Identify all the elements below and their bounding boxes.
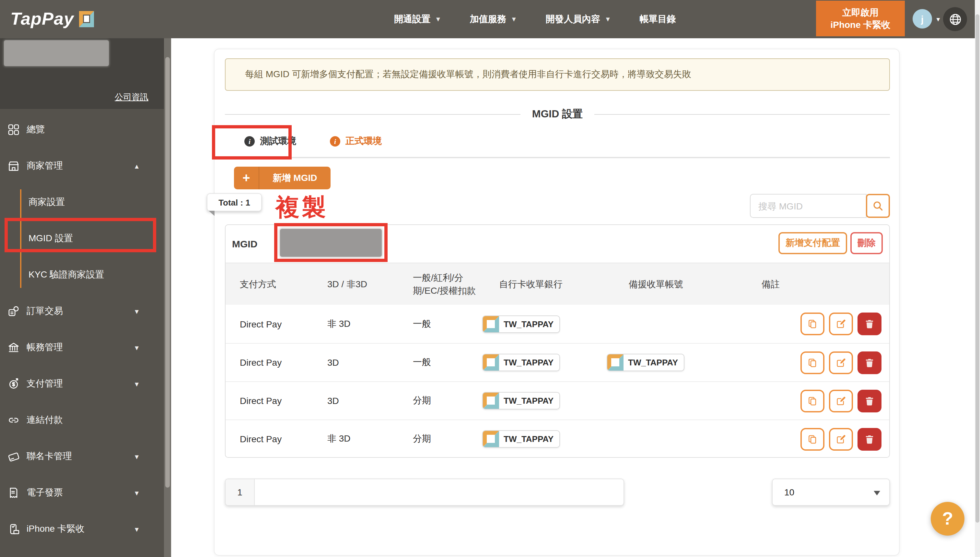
bank-chip: TW_TAPPAY bbox=[482, 392, 560, 409]
bank-chip-label: TW_TAPPAY bbox=[499, 358, 559, 367]
tappay-logo[interactable]: TapPay bbox=[10, 0, 94, 38]
tab-label: 測試環境 bbox=[260, 135, 296, 147]
app-root: TapPay 開通設置▼加值服務▼開發人員內容▼帳單目錄 立即啟用 iPhone… bbox=[0, 0, 980, 557]
mgid-label: MGID bbox=[232, 238, 257, 249]
globe-icon bbox=[948, 12, 962, 26]
page-1-button[interactable]: 1 bbox=[226, 479, 255, 505]
sidebar-scrollbar-thumb[interactable] bbox=[165, 57, 170, 488]
title-divider-left bbox=[225, 114, 520, 115]
window-scrollbar bbox=[975, 0, 980, 557]
cell-threeds: 非 3D bbox=[327, 318, 351, 330]
sidebar-item-mgid-settings[interactable]: MGID 設置 bbox=[0, 220, 164, 257]
main-content: 每組 MGID 可新增多個支付配置；若無設定備援收單帳號，則消費者使用非自行卡進… bbox=[171, 38, 975, 557]
language-globe-button[interactable] bbox=[943, 7, 967, 31]
help-button[interactable]: ? bbox=[931, 502, 964, 536]
column-header-1: 3D / 非3D bbox=[327, 277, 367, 290]
search-mgid-input[interactable] bbox=[750, 194, 866, 218]
column-header-0: 支付方式 bbox=[240, 277, 276, 290]
search-button[interactable] bbox=[866, 194, 890, 218]
link-icon bbox=[7, 414, 20, 427]
sidebar-item-overview[interactable]: 總覽 bbox=[0, 112, 164, 148]
avatar-letter: j bbox=[921, 13, 924, 24]
row-delete-button[interactable] bbox=[858, 352, 881, 374]
sidebar-item-merchant-management[interactable]: 商家管理▲ bbox=[0, 148, 164, 184]
avatar[interactable]: j bbox=[913, 9, 932, 29]
column-header-4: 備援收單帳號 bbox=[629, 277, 683, 290]
sidebar-item-iphone-tap-to-pay[interactable]: iPhone 卡緊收▼ bbox=[0, 511, 164, 547]
table-body: Direct Pay非 3D一般TW_TAPPAYDirect Pay3D一般T… bbox=[226, 305, 889, 458]
orders-icon bbox=[7, 305, 20, 318]
total-count-badge: Total : 1 bbox=[207, 193, 262, 212]
nav-item-label: 帳單目錄 bbox=[639, 13, 676, 25]
cell-payment: Direct Pay bbox=[240, 434, 282, 444]
card-icon bbox=[7, 450, 20, 463]
sidebar-submenu-merchant-management: 商家設置MGID 設置KYC 驗證商家設置 bbox=[0, 184, 164, 293]
sidebar-item-cobranded-card-management[interactable]: 聯名卡管理▼ bbox=[0, 438, 164, 475]
company-name-redacted bbox=[4, 40, 109, 66]
sidebar-item-e-invoice[interactable]: 電子發票▼ bbox=[0, 475, 164, 511]
sidebar-subitem-label: MGID 設置 bbox=[29, 233, 73, 244]
chevron-down-icon: ▼ bbox=[133, 489, 140, 497]
sidebar-item-label: 電子發票 bbox=[26, 487, 63, 498]
page-size-select[interactable]: 10 bbox=[772, 479, 890, 506]
nav-item-1[interactable]: 加值服務▼ bbox=[470, 13, 517, 25]
row-delete-button[interactable] bbox=[858, 428, 881, 451]
table-row: Direct Pay3D分期TW_TAPPAY bbox=[226, 381, 889, 420]
delete-mgid-button[interactable]: 刪除 bbox=[850, 232, 883, 254]
sidebar-nav: 總覽商家管理▲商家設置MGID 設置KYC 驗證商家設置訂單交易▼帳務管理▼支付… bbox=[0, 112, 164, 547]
tab-test-environment[interactable]: i 測試環境 bbox=[244, 125, 296, 157]
grid-icon bbox=[7, 123, 20, 136]
row-copy-button[interactable] bbox=[800, 313, 824, 335]
row-copy-button[interactable] bbox=[800, 390, 824, 412]
nav-item-2[interactable]: 開發人員內容▼ bbox=[546, 13, 611, 25]
window-scrollbar-thumb[interactable] bbox=[975, 14, 979, 523]
nav-item-3[interactable]: 帳單目錄 bbox=[639, 13, 676, 25]
cell-type: 分期 bbox=[413, 433, 431, 445]
avatar-caret-down-icon[interactable]: ▼ bbox=[935, 16, 941, 23]
nav-item-0[interactable]: 開通設置▼ bbox=[394, 13, 441, 25]
nav-item-label: 加值服務 bbox=[470, 13, 506, 25]
row-edit-button[interactable] bbox=[829, 352, 853, 374]
row-copy-button[interactable] bbox=[800, 428, 824, 451]
tab-production-environment[interactable]: i 正式環境 bbox=[330, 125, 382, 157]
activate-iphone-tap-to-pay-button[interactable]: 立即啟用 iPhone 卡緊收 bbox=[816, 1, 905, 36]
chevron-down-icon: ▼ bbox=[511, 16, 517, 23]
sidebar-item-merchant-settings[interactable]: 商家設置 bbox=[0, 184, 164, 220]
sidebar-item-label: 訂單交易 bbox=[26, 305, 63, 317]
sidebar-item-payment-management[interactable]: 支付管理▼ bbox=[0, 366, 164, 402]
column-header-3: 自行卡收單銀行 bbox=[499, 277, 562, 290]
row-delete-button[interactable] bbox=[858, 390, 881, 412]
add-payment-config-button[interactable]: 新增支付配置 bbox=[778, 232, 847, 254]
annotation-copy-text: 複製 bbox=[275, 191, 328, 224]
tappay-logo-mark-icon bbox=[483, 354, 499, 371]
store-icon bbox=[7, 160, 20, 173]
tab-label: 正式環境 bbox=[345, 135, 382, 147]
company-section: 公司資訊 bbox=[0, 38, 164, 109]
table-header: 支付方式3D / 非3D一般/紅利/分期/EC/授權扣款自行卡收單銀行備援收單帳… bbox=[226, 262, 889, 305]
chevron-down-icon: ▼ bbox=[133, 526, 140, 533]
bank-chip-label: TW_TAPPAY bbox=[624, 358, 684, 367]
bank-chip: TW_TAPPAY bbox=[482, 354, 560, 371]
info-icon: i bbox=[244, 136, 255, 146]
sidebar-item-label: 帳務管理 bbox=[26, 342, 63, 353]
sidebar-item-order-transactions[interactable]: 訂單交易▼ bbox=[0, 293, 164, 329]
sidebar-item-kyc-merchant-settings[interactable]: KYC 驗證商家設置 bbox=[0, 257, 164, 293]
row-copy-button[interactable] bbox=[800, 352, 824, 374]
company-info-link[interactable]: 公司資訊 bbox=[115, 91, 148, 103]
bank-chip-label: TW_TAPPAY bbox=[499, 396, 559, 406]
row-edit-button[interactable] bbox=[829, 390, 853, 412]
chevron-down-icon: ▼ bbox=[133, 453, 140, 460]
chevron-down-icon: ▼ bbox=[133, 308, 140, 315]
row-delete-button[interactable] bbox=[858, 313, 881, 335]
chevron-down-icon: ▼ bbox=[133, 380, 140, 388]
add-mgid-button[interactable]: + 新增 MGID bbox=[234, 167, 331, 189]
sidebar-item-account-management[interactable]: 帳務管理▼ bbox=[0, 329, 164, 366]
sidebar-item-linked-payment[interactable]: 連結付款 bbox=[0, 402, 164, 438]
cell-threeds: 3D bbox=[327, 396, 339, 406]
row-edit-button[interactable] bbox=[829, 313, 853, 335]
notice-text: 每組 MGID 可新增多個支付配置；若無設定備援收單帳號，則消費者使用非自行卡進… bbox=[245, 69, 691, 80]
mgid-settings-card: 每組 MGID 可新增多個支付配置；若無設定備援收單帳號，則消費者使用非自行卡進… bbox=[214, 49, 900, 556]
bank-chip: TW_TAPPAY bbox=[482, 315, 560, 333]
sidebar-item-label: 聯名卡管理 bbox=[26, 451, 72, 463]
row-edit-button[interactable] bbox=[829, 428, 853, 451]
